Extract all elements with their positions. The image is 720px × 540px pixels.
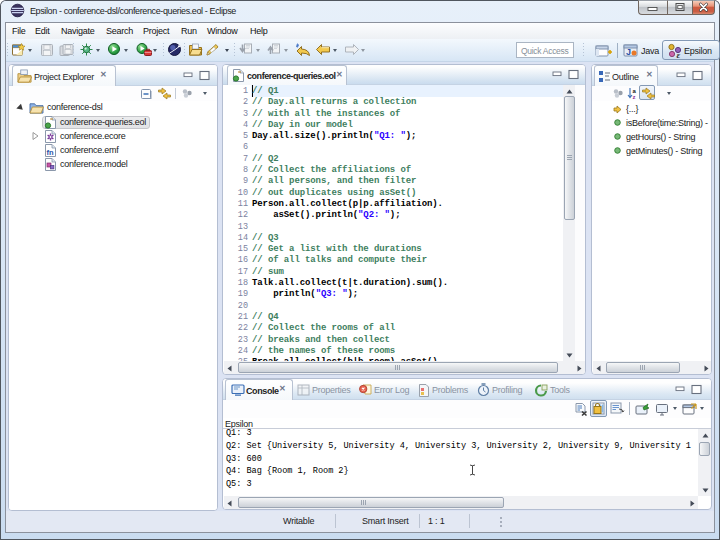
svg-text:a: a <box>633 88 637 94</box>
svg-text:fn: fn <box>47 148 54 157</box>
svg-text:z: z <box>633 94 636 100</box>
svg-text:J: J <box>626 47 631 57</box>
svg-text:ε: ε <box>677 50 681 60</box>
